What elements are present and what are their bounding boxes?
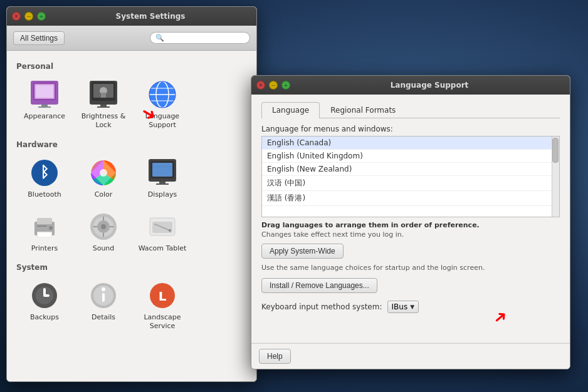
minimize-button[interactable]: − bbox=[24, 12, 33, 21]
svg-text:L: L bbox=[159, 289, 167, 304]
list-item[interactable]: 漢語 (香港) bbox=[262, 191, 559, 206]
language-support-label: Language Support bbox=[137, 112, 188, 130]
svg-rect-32 bbox=[38, 233, 51, 237]
dialog-maximize-button[interactable]: + bbox=[281, 81, 290, 90]
keyboard-input-label: Keyboard input method system: bbox=[261, 302, 382, 311]
svg-point-46 bbox=[169, 229, 171, 232]
sidebar-item-bluetooth[interactable]: ᛒ Bluetooth bbox=[16, 153, 73, 204]
sidebar-item-details[interactable]: Details bbox=[75, 276, 132, 336]
tab-language[interactable]: Language bbox=[261, 102, 320, 118]
svg-rect-54 bbox=[102, 293, 105, 302]
svg-point-38 bbox=[101, 224, 106, 229]
sidebar-item-backups[interactable]: Backups bbox=[16, 276, 73, 336]
sidebar-item-color[interactable]: Color bbox=[75, 153, 132, 204]
install-remove-languages-button[interactable]: Install / Remove Languages... bbox=[261, 278, 377, 293]
backups-icon bbox=[29, 281, 60, 311]
list-item[interactable]: 汉语 (中国) bbox=[262, 176, 559, 191]
dialog-minimize-button[interactable]: − bbox=[269, 81, 278, 90]
appearance-icon bbox=[29, 80, 60, 110]
personal-section-label: Personal bbox=[16, 62, 247, 71]
svg-rect-34 bbox=[37, 225, 47, 227]
svg-point-22 bbox=[100, 169, 107, 177]
dialog-body: Language Regional Formats Language for m… bbox=[251, 95, 570, 321]
backups-label: Backups bbox=[30, 313, 59, 322]
sidebar-item-sound[interactable]: Sound bbox=[75, 207, 132, 258]
svg-rect-25 bbox=[152, 163, 172, 177]
ibus-dropdown[interactable]: IBus ▼ bbox=[387, 301, 419, 313]
sidebar-item-language-support[interactable]: Language Support bbox=[134, 75, 191, 135]
toolbar: All Settings 🔍 bbox=[7, 26, 256, 51]
scrollbar-thumb[interactable] bbox=[552, 138, 559, 163]
wacom-tablet-icon bbox=[147, 212, 177, 242]
drag-hint-sub: Changes take effect next time you log in… bbox=[261, 230, 560, 239]
all-settings-button[interactable]: All Settings bbox=[13, 31, 65, 45]
language-support-icon bbox=[147, 80, 177, 110]
appearance-label: Appearance bbox=[24, 112, 65, 121]
brightness-lock-icon bbox=[88, 80, 118, 110]
help-button[interactable]: Help bbox=[259, 349, 291, 364]
bluetooth-icon: ᛒ bbox=[29, 158, 60, 188]
window-title: System Settings bbox=[50, 12, 251, 21]
svg-point-33 bbox=[49, 226, 53, 230]
settings-content: Personal Appearance bbox=[7, 51, 256, 381]
tab-regional-formats[interactable]: Regional Formats bbox=[320, 102, 406, 118]
apply-desc: Use the same language choices for startu… bbox=[261, 264, 560, 272]
details-icon bbox=[88, 281, 118, 311]
dropdown-arrow-icon: ▼ bbox=[410, 304, 414, 310]
maximize-button[interactable]: + bbox=[37, 12, 46, 21]
svg-rect-3 bbox=[36, 85, 53, 98]
keyboard-input-row: Keyboard input method system: IBus ▼ bbox=[261, 301, 560, 313]
brightness-lock-label: Brightness & Lock bbox=[78, 112, 129, 130]
personal-icon-grid: Appearance Brightness & Lock bbox=[16, 75, 247, 135]
dialog-close-button[interactable]: ✕ bbox=[256, 81, 265, 90]
list-item[interactable]: English (New Zealand) bbox=[262, 163, 559, 176]
color-icon bbox=[88, 158, 118, 188]
svg-rect-5 bbox=[38, 106, 51, 108]
sidebar-item-brightness-lock[interactable]: Brightness & Lock bbox=[75, 75, 132, 135]
displays-icon bbox=[147, 158, 177, 188]
search-box[interactable]: 🔍 bbox=[150, 32, 250, 44]
dialog-titlebar: ✕ − + Language Support bbox=[251, 76, 570, 95]
printers-icon bbox=[29, 212, 60, 242]
svg-rect-12 bbox=[97, 106, 110, 108]
dialog-tabs: Language Regional Formats bbox=[261, 102, 560, 118]
system-settings-window: ✕ − + System Settings All Settings 🔍 Per… bbox=[6, 6, 257, 382]
scrollbar-track[interactable] bbox=[552, 137, 559, 217]
landscape-service-label: Landscape Service bbox=[137, 313, 188, 331]
wacom-tablet-label: Wacom Tablet bbox=[139, 244, 187, 253]
search-icon: 🔍 bbox=[155, 34, 164, 42]
sound-label: Sound bbox=[93, 244, 115, 253]
svg-rect-10 bbox=[101, 93, 106, 98]
list-item[interactable]: English (United Kingdom) bbox=[262, 150, 559, 163]
sidebar-item-appearance[interactable]: Appearance bbox=[16, 75, 73, 135]
drag-hint-bold: Drag languages to arrange them in order … bbox=[261, 221, 480, 229]
sidebar-item-landscape-service[interactable]: L Landscape Service bbox=[134, 276, 191, 336]
system-section-label: System bbox=[16, 263, 247, 272]
system-icon-grid: Backups Details bbox=[16, 276, 247, 336]
language-list: English (Canada) English (United Kingdom… bbox=[261, 136, 560, 217]
system-settings-titlebar: ✕ − + System Settings bbox=[7, 7, 256, 26]
close-button[interactable]: ✕ bbox=[12, 12, 21, 21]
apply-system-wide-button[interactable]: Apply System-Wide bbox=[261, 244, 344, 259]
language-list-label: Language for menus and windows: bbox=[261, 125, 560, 133]
svg-rect-30 bbox=[37, 218, 52, 224]
sidebar-item-wacom-tablet[interactable]: Wacom Tablet bbox=[134, 207, 191, 258]
svg-rect-28 bbox=[156, 183, 169, 185]
displays-label: Displays bbox=[148, 190, 177, 199]
landscape-service-icon: L bbox=[147, 281, 177, 311]
drag-hint: Drag languages to arrange them in order … bbox=[261, 221, 560, 229]
hardware-section-label: Hardware bbox=[16, 140, 247, 149]
list-item[interactable]: English (Canada) bbox=[262, 137, 559, 150]
hardware-icon-grid: ᛒ Bluetooth bbox=[16, 153, 247, 259]
sidebar-item-displays[interactable]: Displays bbox=[134, 153, 191, 204]
ibus-value: IBus bbox=[392, 302, 408, 311]
dialog-title: Language Support bbox=[294, 81, 565, 90]
bluetooth-label: Bluetooth bbox=[28, 190, 61, 199]
svg-text:ᛒ: ᛒ bbox=[40, 163, 49, 181]
sound-icon bbox=[88, 212, 118, 242]
search-input[interactable] bbox=[167, 34, 242, 42]
dialog-footer: Help bbox=[251, 343, 570, 369]
details-label: Details bbox=[92, 313, 115, 322]
sidebar-item-printers[interactable]: Printers bbox=[16, 207, 73, 258]
printers-label: Printers bbox=[31, 244, 58, 253]
